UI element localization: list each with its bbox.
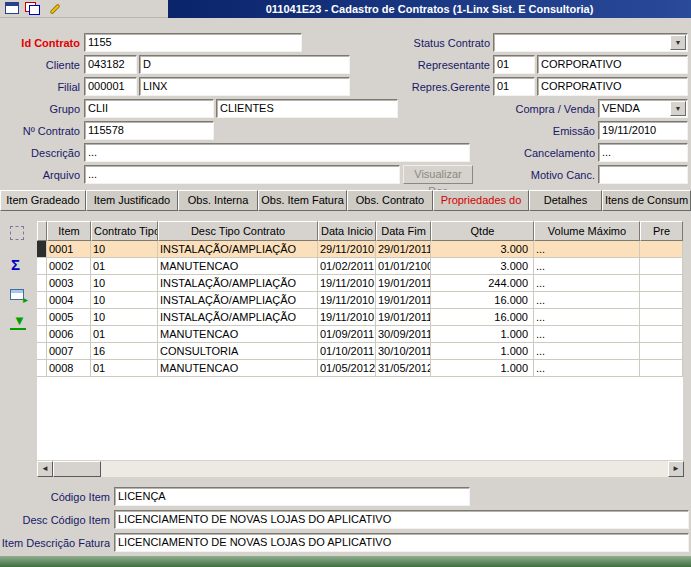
representante-code-field[interactable]: 01 (493, 55, 535, 74)
grid-row-6[interactable]: 000601MANUTENCAO01/09/201130/09/20111.00… (37, 326, 683, 343)
tab-item-justificado[interactable]: Item Justificado (86, 190, 178, 211)
grid-cell[interactable]: 30/09/2011 (376, 326, 431, 343)
grid-cell[interactable]: 1.000 (431, 360, 534, 377)
grid-cell[interactable]: 0001 (47, 241, 91, 258)
grid-row-8[interactable]: 000801MANUTENCAO01/05/201231/05/20121.00… (37, 360, 683, 377)
export-grid-icon[interactable] (8, 286, 28, 306)
num-contrato-field[interactable]: 115578 (84, 121, 214, 140)
col-header-pre[interactable]: Pre (640, 221, 683, 241)
window-icon[interactable] (3, 1, 21, 17)
grid-row-4[interactable]: 000410INSTALAÇÃO/AMPLIAÇÃO19/11/201019/0… (37, 292, 683, 309)
grid-cell[interactable] (640, 343, 683, 360)
cliente-name-field[interactable]: D (139, 55, 350, 74)
wrench-icon[interactable] (47, 1, 65, 17)
grid-cell[interactable]: 16.000 (431, 292, 534, 309)
chevron-down-icon[interactable]: ▼ (670, 101, 686, 116)
grid-cell[interactable]: 01 (91, 258, 158, 275)
grid-cell[interactable]: 0004 (47, 292, 91, 309)
grid-cell[interactable]: 1.000 (431, 326, 534, 343)
col-header-item[interactable]: Item (47, 221, 91, 241)
cancelamento-field[interactable]: ... (598, 143, 688, 162)
grid-cell[interactable]: ... (534, 292, 640, 309)
status-contrato-combo[interactable]: ▼ (493, 33, 688, 52)
grid-row-1[interactable]: 000110INSTALAÇÃO/AMPLIAÇÃO29/11/201029/0… (37, 241, 683, 258)
cliente-code-field[interactable]: 043182 (84, 55, 137, 74)
col-header-qtde[interactable]: Qtde (431, 221, 534, 241)
grid-cell[interactable]: 01 (91, 326, 158, 343)
grid-cell[interactable]: INSTALAÇÃO/AMPLIAÇÃO (158, 292, 318, 309)
grid-cell[interactable]: ... (534, 258, 640, 275)
col-header-contrato-tipo[interactable]: Contrato Tipo (91, 221, 158, 241)
grid-cell[interactable]: 0006 (47, 326, 91, 343)
item-descricao-fatura-field[interactable]: LICENCIAMENTO DE NOVAS LOJAS DO APLICATI… (114, 533, 689, 552)
id-contrato-field[interactable]: 1155 (84, 33, 302, 52)
grid-cell[interactable]: 1.000 (431, 343, 534, 360)
grid-cell[interactable]: 19/01/2011 (376, 292, 431, 309)
grid-cell[interactable]: 19/01/2011 (376, 309, 431, 326)
tab-detalhes[interactable]: Detalhes (529, 190, 602, 211)
grid-cell[interactable]: ... (534, 326, 640, 343)
grid-cell[interactable]: 10 (91, 292, 158, 309)
grid-cell[interactable]: 29/11/2010 (318, 241, 376, 258)
tab-obs-interna[interactable]: Obs. Interna (178, 190, 258, 211)
grid-row-3[interactable]: 000310INSTALAÇÃO/AMPLIAÇÃO19/11/201019/0… (37, 275, 683, 292)
repres-gerente-name-field[interactable]: CORPORATIVO (537, 77, 688, 96)
cascade-windows-icon[interactable] (24, 1, 42, 17)
representante-name-field[interactable]: CORPORATIVO (537, 55, 688, 74)
grid-cell[interactable]: 01/09/2011 (318, 326, 376, 343)
grid-cell[interactable] (640, 241, 683, 258)
grid-cell[interactable] (640, 258, 683, 275)
grid-cell[interactable]: INSTALAÇÃO/AMPLIAÇÃO (158, 275, 318, 292)
last-record-icon[interactable]: ▼ (8, 314, 28, 334)
grid-cell[interactable] (640, 326, 683, 343)
tab-obs-item-fatura[interactable]: Obs. Item Fatura (258, 190, 347, 211)
repres-gerente-code-field[interactable]: 01 (493, 77, 535, 96)
grid-horizontal-scrollbar[interactable]: ◄ ► (37, 461, 684, 477)
grid-cell[interactable]: 31/05/2012 (376, 360, 431, 377)
grid-cell[interactable] (640, 292, 683, 309)
grid-cell[interactable]: MANUTENCAO (158, 360, 318, 377)
grid-cell[interactable]: 0008 (47, 360, 91, 377)
grid-row-5[interactable]: 000510INSTALAÇÃO/AMPLIAÇÃO19/11/201019/0… (37, 309, 683, 326)
grid-cell[interactable]: 19/11/2010 (318, 292, 376, 309)
motivo-canc-field[interactable] (598, 165, 688, 184)
grid-cell[interactable]: 01/02/2011 (318, 258, 376, 275)
tab-propriedades-do[interactable]: Propriedades do (433, 190, 529, 211)
grupo-code-field[interactable]: CLII (84, 99, 214, 118)
grid-cell[interactable]: INSTALAÇÃO/AMPLIAÇÃO (158, 309, 318, 326)
grid-cell[interactable]: ... (534, 275, 640, 292)
descricao-field[interactable]: ... (84, 143, 470, 162)
grid-cell[interactable]: INSTALAÇÃO/AMPLIAÇÃO (158, 241, 318, 258)
tab-itens-de-consum[interactable]: Itens de Consum (602, 190, 691, 211)
grid-cell[interactable] (640, 275, 683, 292)
grid-cell[interactable]: MANUTENCAO (158, 258, 318, 275)
emissao-field[interactable]: 19/11/2010 (598, 121, 688, 140)
grid-cell[interactable]: 10 (91, 275, 158, 292)
grid-cell[interactable]: 0002 (47, 258, 91, 275)
grid-cell[interactable]: 3.000 (431, 241, 534, 258)
codigo-item-field[interactable]: LICENÇA (114, 487, 470, 506)
grid-cell[interactable]: 0007 (47, 343, 91, 360)
filial-code-field[interactable]: 000001 (84, 77, 137, 96)
grid-cell[interactable]: 0003 (47, 275, 91, 292)
visualizar-doc-button[interactable]: Visualizar Doc (403, 165, 473, 184)
col-header-volume-m-ximo[interactable]: Volume Máximo (534, 221, 640, 241)
select-records-icon[interactable] (8, 224, 28, 244)
grid-cell[interactable]: 3.000 (431, 258, 534, 275)
grupo-name-field[interactable]: CLIENTES (216, 99, 398, 118)
grid-cell[interactable]: ... (534, 343, 640, 360)
grid-cell[interactable]: ... (534, 241, 640, 258)
scroll-right-icon[interactable]: ► (668, 461, 684, 477)
desc-codigo-item-field[interactable]: LICENCIAMENTO DE NOVAS LOJAS DO APLICATI… (114, 510, 689, 529)
col-header-data-fim[interactable]: Data Fim (376, 221, 431, 241)
col-header-data-inicio[interactable]: Data Inicio (318, 221, 376, 241)
arquivo-field[interactable]: ... (84, 165, 400, 184)
compra-venda-combo[interactable]: VENDA ▼ (598, 99, 688, 118)
chevron-down-icon[interactable]: ▼ (670, 35, 686, 50)
scrollbar-thumb[interactable] (53, 461, 101, 477)
grid-cell[interactable]: 16 (91, 343, 158, 360)
grid-cell[interactable]: 19/11/2010 (318, 309, 376, 326)
tab-item-gradeado[interactable]: Item Gradeado (0, 190, 86, 211)
filial-name-field[interactable]: LINX (139, 77, 350, 96)
grid-row-2[interactable]: 000201MANUTENCAO01/02/201101/01/21003.00… (37, 258, 683, 275)
